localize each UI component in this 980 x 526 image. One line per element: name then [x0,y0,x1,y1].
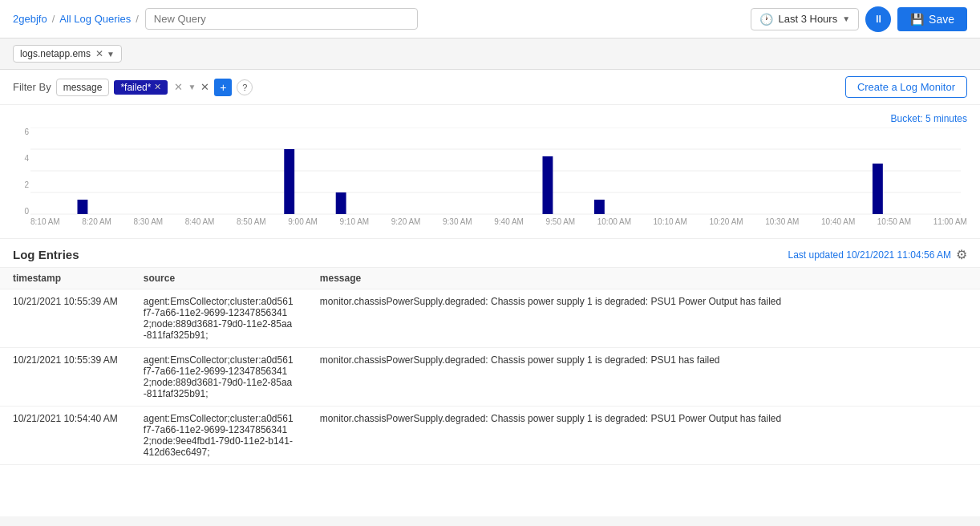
cell-message: monitor.chassisPowerSupply.degraded: Cha… [307,348,980,407]
pause-button[interactable]: ⏸ [865,6,891,32]
log-updated-label: Last updated 10/21/2021 11:04:56 AM [788,249,951,261]
svg-rect-5 [77,200,87,214]
clock-icon: 🕐 [759,13,773,26]
filter-clear-x-icon[interactable]: ✕ [174,81,183,93]
time-range-selector[interactable]: 🕐 Last 3 Hours ▼ [751,8,859,30]
svg-rect-10 [873,164,883,214]
filter-help-button[interactable]: ? [237,79,253,95]
filter-by-label: Filter By [13,81,51,93]
x-axis: 8:10 AM 8:20 AM 8:30 AM 8:40 AM 8:50 AM … [13,217,967,226]
filter-field-label: message [63,82,103,93]
svg-rect-6 [284,149,294,214]
cell-timestamp: 10/21/2021 10:55:39 AM [0,289,131,348]
breadcrumb-sep2: / [136,13,139,25]
y-axis: 6 4 2 0 [13,127,29,216]
save-label: Save [929,13,954,26]
log-scroll-area[interactable]: timestamp source message 10/21/2021 10:5… [0,268,980,516]
breadcrumb: 2gebjfo / All Log Queries / [13,13,139,25]
cell-source: agent:EmsCollector;cluster:a0d561f7-7a66… [131,289,307,348]
filter-add-button[interactable]: + [214,79,232,96]
query-input[interactable] [145,8,418,30]
filter-clear-button[interactable]: ✕ [200,81,209,93]
pause-icon: ⏸ [873,13,884,25]
data-source-close-icon[interactable]: ✕ [95,48,103,59]
time-range-label: Last 3 Hours [778,13,837,25]
col-header-source: source [131,268,307,289]
cell-message: monitor.chassisPowerSupply.degraded: Cha… [307,289,980,348]
create-log-monitor-button[interactable]: Create a Log Monitor [845,76,967,98]
filter-tag-remove-icon[interactable]: ✕ [154,82,161,92]
log-section: Log Entries Last updated 10/21/2021 11:0… [0,239,980,516]
header-bar: 2gebjfo / All Log Queries / 🕐 Last 3 Hou… [0,0,980,38]
log-table: timestamp source message 10/21/2021 10:5… [0,268,980,465]
cell-timestamp: 10/21/2021 10:55:39 AM [0,348,131,407]
col-header-timestamp: timestamp [0,268,131,289]
data-source-label: logs.netapp.ems [20,48,91,59]
cell-message: monitor.chassisPowerSupply.degraded: Cha… [307,407,980,465]
filter-row: Filter By message *failed* ✕ ✕ ▼ ✕ + ? C… [0,70,980,105]
chart-container: 6 4 2 0 8:10 AM [13,127,967,232]
breadcrumb-sep1: / [52,13,55,25]
chart-area: Bucket: 5 minutes 6 4 2 0 [0,105,980,239]
cell-timestamp: 10/21/2021 10:54:40 AM [0,407,131,465]
save-button[interactable]: 💾 Save [897,7,967,31]
log-updated-value: 10/21/2021 11:04:56 AM [846,249,951,261]
data-source-tag: logs.netapp.ems ✕ ▼ [13,45,122,63]
breadcrumb-logs[interactable]: All Log Queries [59,13,131,25]
bucket-label: Bucket: 5 minutes [13,113,967,124]
svg-rect-8 [542,156,553,214]
bucket-text: Bucket: [891,113,923,124]
svg-rect-9 [594,200,605,214]
filter-tag: *failed* ✕ [114,80,168,95]
table-row: 10/21/2021 10:55:39 AM agent:EmsCollecto… [0,289,980,348]
filter-field[interactable]: message [56,79,110,96]
data-source-dropdown-icon[interactable]: ▼ [107,50,115,59]
svg-rect-7 [336,192,346,214]
table-row: 10/21/2021 10:54:40 AM agent:EmsCollecto… [0,407,980,465]
log-header-right: Last updated 10/21/2021 11:04:56 AM ⚙ [788,247,967,262]
breadcrumb-org[interactable]: 2gebjfo [13,13,47,25]
bucket-value: 5 minutes [925,113,967,124]
table-header-row: timestamp source message [0,268,980,289]
cell-source: agent:EmsCollector;cluster:a0d561f7-7a66… [131,407,307,465]
header-right: 🕐 Last 3 Hours ▼ ⏸ 💾 Save [751,6,967,32]
filter-tag-value: *failed* [120,82,151,93]
filter-dropdown-icon[interactable]: ▼ [188,83,196,91]
help-icon: ? [242,83,247,92]
cell-source: agent:EmsCollector;cluster:a0d561f7-7a66… [131,348,307,407]
log-entries-title: Log Entries [13,248,79,261]
chevron-down-icon: ▼ [842,14,850,23]
filter-bar: logs.netapp.ems ✕ ▼ [0,38,980,70]
settings-icon[interactable]: ⚙ [956,247,967,262]
table-row: 10/21/2021 10:55:39 AM agent:EmsCollecto… [0,348,980,407]
col-header-message: message [307,268,980,289]
save-icon: 💾 [910,13,924,26]
log-header: Log Entries Last updated 10/21/2021 11:0… [0,239,980,268]
chart-svg [30,127,961,216]
